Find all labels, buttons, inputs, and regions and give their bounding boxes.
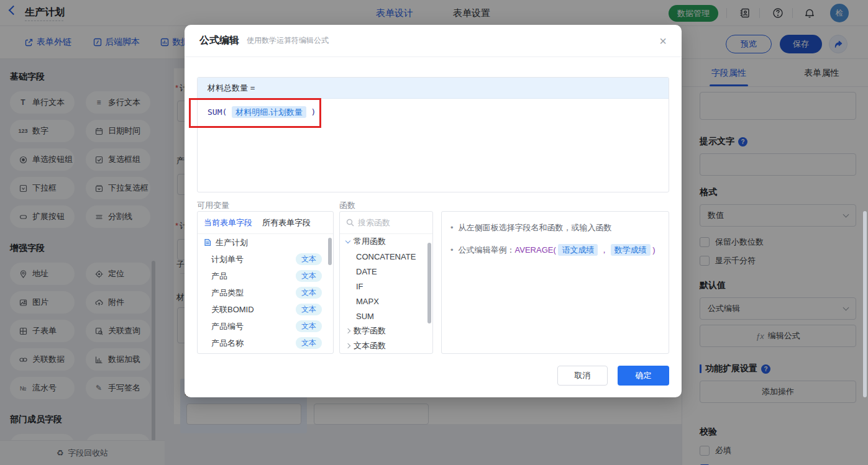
function-item[interactable]: MAPX bbox=[340, 294, 432, 309]
dialog-header: 公式编辑 使用数学运算符编辑公式 × bbox=[185, 25, 682, 57]
group-label: 常用函数 bbox=[354, 236, 386, 247]
variable-name: 关联BOMID bbox=[204, 304, 296, 315]
variable-name: 产品类型 bbox=[204, 287, 296, 299]
variable-row[interactable]: 产品编号文本 bbox=[198, 318, 333, 335]
example-arg: 数学成绩 bbox=[611, 244, 651, 256]
tab-all-form-fields[interactable]: 所有表单字段 bbox=[262, 217, 311, 228]
formula-editor[interactable]: 材料总数量 = SUM( 材料明细.计划数量 ) bbox=[197, 77, 669, 192]
function-group-math[interactable]: 数学函数 bbox=[340, 323, 432, 338]
annotation-highlight-box bbox=[189, 98, 321, 128]
tab-current-form-fields[interactable]: 当前表单字段 bbox=[204, 217, 252, 228]
variables-panel: 当前表单字段 所有表单字段 生产计划 计划单号文本 产品文本 产品类型文本 关联… bbox=[197, 211, 334, 354]
variable-name: 产品编号 bbox=[204, 321, 296, 332]
functions-label: 函数 bbox=[339, 200, 355, 211]
type-badge: 文本 bbox=[296, 270, 322, 282]
function-item[interactable]: SUM bbox=[340, 309, 432, 323]
variable-name: 产品 bbox=[204, 271, 296, 282]
tips-panel: •从左侧面板选择字段名和函数，或输入函数 • 公式编辑举例：AVERAGE( 语… bbox=[441, 211, 669, 354]
type-badge: 文本 bbox=[296, 320, 322, 332]
chevron-right-icon bbox=[345, 343, 350, 348]
function-item[interactable]: CONCATENATE bbox=[340, 249, 432, 264]
variable-name: 产品名称 bbox=[204, 338, 296, 349]
variable-row[interactable]: 关联BOMID文本 bbox=[198, 301, 333, 318]
document-icon bbox=[204, 238, 211, 246]
chevron-right-icon bbox=[345, 328, 350, 333]
variables-label: 可用变量 bbox=[197, 200, 229, 211]
functions-panel: 常用函数 CONCATENATE DATE IF MAPX SUM 数学函数 文… bbox=[339, 211, 433, 354]
formula-equals: = bbox=[250, 83, 255, 93]
search-icon bbox=[346, 219, 354, 227]
variables-scrollbar[interactable] bbox=[328, 238, 332, 265]
chevron-down-icon bbox=[345, 238, 350, 243]
dialog-title: 公式编辑 bbox=[199, 34, 239, 47]
group-label: 文本函数 bbox=[354, 340, 386, 351]
function-item[interactable]: IF bbox=[340, 279, 432, 294]
function-group-common[interactable]: 常用函数 bbox=[340, 234, 432, 249]
close-icon[interactable]: × bbox=[659, 35, 667, 47]
window-scrollbar[interactable] bbox=[863, 211, 867, 397]
type-badge: 文本 bbox=[296, 287, 322, 299]
function-group-text[interactable]: 文本函数 bbox=[340, 338, 432, 353]
variable-row[interactable]: 产品名称文本 bbox=[198, 335, 333, 351]
bullet: • bbox=[450, 244, 454, 256]
formula-target: 材料总数量 bbox=[208, 83, 248, 94]
tip-line-1: 从左侧面板选择字段名和函数，或输入函数 bbox=[459, 222, 612, 234]
tree-root-row[interactable]: 生产计划 bbox=[198, 234, 333, 251]
bullet: • bbox=[450, 222, 454, 234]
group-label: 数学函数 bbox=[354, 325, 386, 336]
type-badge: 文本 bbox=[296, 337, 322, 349]
type-badge: 文本 bbox=[296, 304, 322, 315]
dialog-subtitle: 使用数学运算符编辑公式 bbox=[247, 35, 329, 46]
example-function: AVERAGE( bbox=[515, 245, 556, 255]
variable-name: 计划单号 bbox=[204, 254, 296, 265]
search-functions-input[interactable] bbox=[358, 218, 420, 227]
example-arg: 语文成绩 bbox=[558, 244, 598, 256]
cancel-button[interactable]: 取消 bbox=[557, 366, 608, 386]
tip-line-2: 公式编辑举例：AVERAGE( 语文成绩 ， 数学成绩 ) bbox=[459, 244, 656, 256]
variable-row[interactable]: 产品文本 bbox=[198, 268, 333, 284]
variable-row[interactable]: 计划单号文本 bbox=[198, 251, 333, 268]
formula-target-row: 材料总数量 = bbox=[198, 78, 669, 99]
tree-root-label: 生产计划 bbox=[211, 237, 327, 248]
type-badge: 文本 bbox=[296, 253, 322, 265]
confirm-button[interactable]: 确定 bbox=[618, 366, 669, 386]
variable-row[interactable]: 产品类型文本 bbox=[198, 284, 333, 301]
formula-edit-dialog: 公式编辑 使用数学运算符编辑公式 × 材料总数量 = SUM( 材料明细.计划数… bbox=[185, 25, 682, 397]
functions-scrollbar[interactable] bbox=[427, 243, 431, 323]
function-item[interactable]: DATE bbox=[340, 264, 432, 279]
